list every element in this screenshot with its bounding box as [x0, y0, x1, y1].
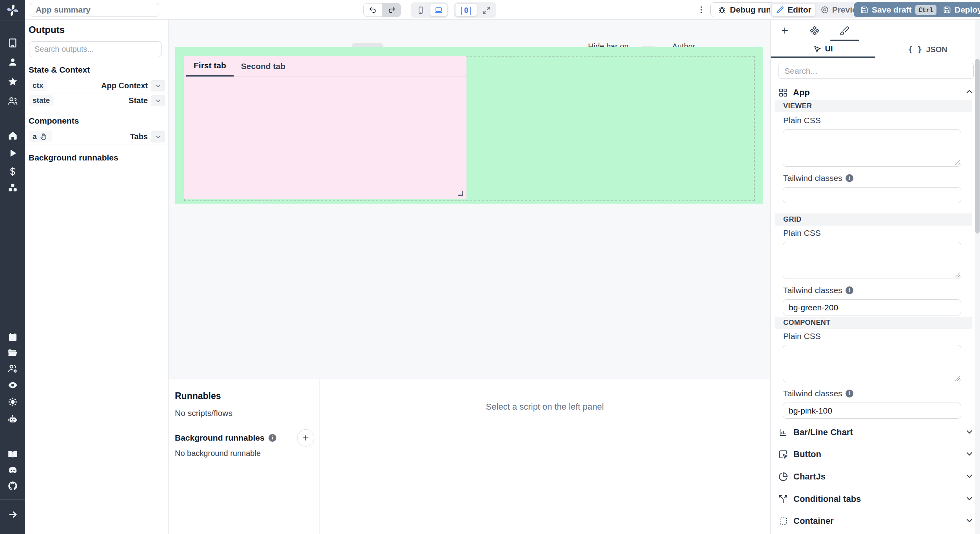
collapse-arrow-right-icon[interactable] [7, 508, 18, 520]
scrollbar-thumb[interactable] [975, 59, 980, 233]
json-braces-icon: { } [908, 45, 922, 54]
workers-users-gear-icon[interactable] [7, 363, 18, 374]
group-header-grid: GRID [775, 213, 972, 226]
schedules-calendar-icon[interactable] [7, 331, 18, 343]
tailwind-info-icon[interactable]: i [846, 286, 853, 294]
output-row-state[interactable]: state State [25, 93, 169, 108]
home-icon[interactable] [7, 129, 18, 141]
output-row-ctx[interactable]: ctx App Context [25, 78, 169, 93]
docs-book-icon[interactable] [7, 448, 18, 460]
chevron-up-icon[interactable] [965, 87, 974, 98]
hand-pointer-icon [40, 133, 48, 141]
styling-tab[interactable] [837, 23, 852, 38]
component-resize-handle[interactable] [458, 191, 463, 196]
plain-css-label: Plain CSS [783, 116, 821, 125]
plus-icon [301, 434, 310, 442]
tailwind-label-text: Tailwind classes [783, 173, 842, 183]
favorites-star-icon[interactable] [7, 76, 18, 87]
section-chartjs[interactable]: ChartJs [779, 468, 974, 485]
expand-row-button[interactable] [151, 95, 165, 106]
preview-icon [820, 5, 829, 14]
no-background-text: No background runnable [175, 449, 261, 458]
components-tab[interactable] [807, 23, 822, 38]
search-outputs-input[interactable] [29, 41, 162, 57]
textarea-resize-icon[interactable] [955, 160, 960, 165]
deploy-button[interactable]: Deploy [936, 2, 980, 17]
component-tailwind-input[interactable] [783, 403, 961, 419]
chevron-down-icon [965, 427, 974, 437]
kbd-ctrl: Ctrl [915, 5, 937, 15]
ui-subtab[interactable]: UI [771, 41, 875, 58]
grid-tailwind-input[interactable] [783, 299, 961, 315]
app-section-title: App [793, 87, 960, 98]
grid-plain-css-textarea[interactable] [783, 242, 961, 279]
tailwind-info-icon[interactable]: i [846, 390, 853, 397]
tab-first[interactable]: First tab [186, 56, 234, 77]
github-icon[interactable] [7, 480, 18, 492]
output-key-badge: ctx [29, 80, 47, 91]
desktop-view-button[interactable] [430, 4, 447, 16]
device-toggle-group [411, 2, 448, 18]
tabs-component[interactable]: First tab Second tab [184, 56, 466, 199]
runs-play-icon[interactable] [7, 147, 18, 159]
windmill-logo[interactable] [0, 0, 25, 20]
right-settings-panel: UI { } JSON App VIEWER Plain CSS Tailwin… [770, 20, 980, 534]
output-row-component-a[interactable]: a Tabs [25, 129, 169, 144]
viewer-tailwind-input[interactable] [783, 187, 961, 203]
tailwind-label-text: Tailwind classes [783, 286, 842, 295]
tailwind-info-icon[interactable]: i [846, 174, 853, 182]
app-summary-input[interactable] [30, 3, 159, 17]
background-info-icon[interactable]: i [269, 434, 276, 442]
deploy-label: Deploy [955, 5, 980, 15]
mobile-view-button[interactable] [412, 4, 429, 16]
folders-icon[interactable] [7, 347, 18, 359]
select-script-hint: Select a script on the left panel [319, 402, 770, 412]
output-type-label: App Context [101, 81, 148, 90]
plain-css-label: Plain CSS [783, 332, 821, 341]
expand-row-button[interactable] [151, 80, 165, 91]
resources-boxes-icon[interactable] [7, 182, 18, 193]
ai-robot-icon[interactable] [7, 413, 18, 425]
sidebar-divider [0, 118, 25, 118]
app-editor-page: |0| Debug runs Editor Preview S [0, 0, 980, 534]
component-plain-css-textarea[interactable] [783, 345, 961, 382]
undo-icon [369, 6, 377, 14]
undo-button[interactable] [363, 3, 382, 17]
background-runnables-header: Background runnables i [175, 433, 276, 443]
ui-subtab-label: UI [825, 44, 833, 53]
section-label: Conditional tabs [793, 494, 960, 504]
app-grid-viewer[interactable]: First tab Second tab [175, 47, 763, 204]
section-conditional-tabs[interactable]: Conditional tabs [779, 490, 974, 508]
json-subtab[interactable]: { } JSON [875, 41, 980, 58]
user-icon[interactable] [7, 56, 18, 68]
fullscreen-button[interactable] [478, 4, 495, 16]
discord-icon[interactable] [7, 464, 18, 476]
redo-button[interactable] [382, 3, 401, 17]
component-search-input[interactable] [779, 63, 974, 79]
settings-gear-icon[interactable] [7, 396, 18, 408]
sidebar-divider [0, 499, 25, 500]
viewer-plain-css-textarea[interactable] [783, 129, 961, 167]
groups-icon[interactable] [7, 95, 18, 107]
editor-tab[interactable]: Editor [771, 4, 816, 16]
cursor-icon [813, 45, 821, 53]
tab-second[interactable]: Second tab [234, 56, 293, 77]
workspace-building-icon[interactable] [7, 37, 18, 49]
expand-row-button[interactable] [151, 131, 165, 142]
center-content-button[interactable]: |0| [455, 4, 477, 16]
bug-icon [718, 5, 726, 14]
app-section-header[interactable]: App [779, 84, 974, 101]
background-runnables-title: Background runnables [175, 433, 265, 443]
audit-eye-icon[interactable] [7, 379, 18, 391]
runnables-title: Runnables [175, 391, 221, 401]
component-id: a [33, 132, 37, 141]
section-container[interactable]: Container [779, 512, 974, 530]
textarea-resize-icon[interactable] [955, 375, 960, 381]
add-background-runnable-button[interactable] [297, 429, 314, 447]
section-button[interactable]: Button [779, 446, 974, 463]
insert-component-tab[interactable] [777, 23, 793, 38]
more-options-button[interactable] [695, 4, 707, 16]
variables-dollar-icon[interactable] [7, 166, 18, 177]
textarea-resize-icon[interactable] [955, 272, 960, 277]
section-bar-line-chart[interactable]: Bar/Line Chart [779, 424, 974, 441]
